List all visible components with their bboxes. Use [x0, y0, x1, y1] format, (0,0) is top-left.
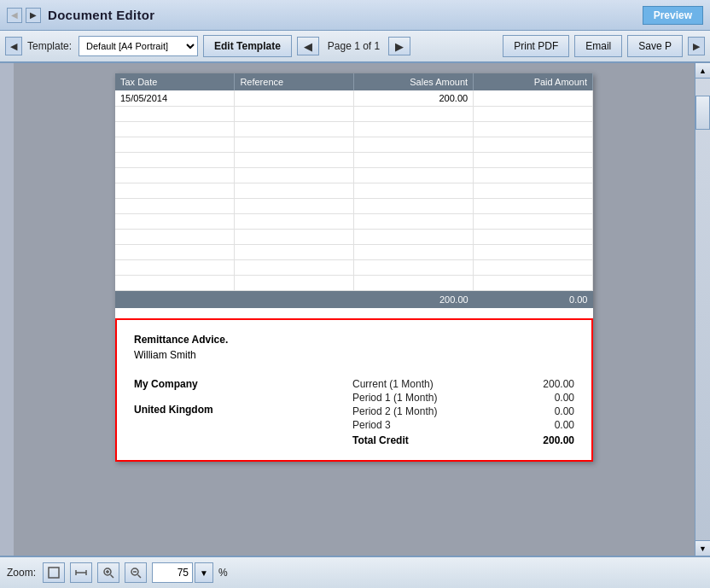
scroll-up-arrow[interactable]: ▲ — [695, 63, 710, 79]
zoom-out-icon — [130, 567, 142, 579]
zoom-dropdown-arrow[interactable]: ▼ — [195, 562, 213, 583]
col-reference: Reference — [235, 73, 354, 90]
cell-reference — [235, 90, 354, 107]
svg-line-10 — [138, 575, 142, 579]
period-label-1: Period 1 (1 Month) — [352, 392, 437, 404]
table-row — [115, 168, 593, 183]
bottom-toolbar: Zoom: ▼ % — [0, 556, 710, 588]
template-label: Template: — [27, 40, 72, 52]
table-row — [115, 245, 593, 260]
total-amount: 200.00 — [523, 434, 574, 446]
title-bar: ◀ ▶ Document Editor Preview — [0, 0, 710, 31]
table-footer-row: 200.00 0.00 — [115, 291, 593, 309]
zoom-out-button[interactable] — [125, 562, 147, 583]
save-button[interactable]: Save P — [627, 35, 683, 57]
title-bar-nav: ◀ ▶ — [7, 8, 41, 23]
svg-line-7 — [111, 575, 114, 579]
scrollbar[interactable]: ▲ ▼ — [695, 63, 710, 556]
period-amount-0: 200.00 — [523, 378, 574, 390]
upper-table-section: Tax Date Reference Sales Amount Paid Amo… — [115, 73, 593, 308]
zoom-input[interactable] — [152, 562, 193, 583]
remittance-total-row: Total Credit 200.00 — [352, 434, 574, 446]
scroll-down-arrow[interactable]: ▼ — [695, 540, 710, 556]
footer-sales-total: 200.00 — [354, 291, 474, 309]
toolbar-left-arrow[interactable]: ◀ — [5, 37, 22, 55]
remittance-country: United Kingdom — [134, 404, 213, 416]
table-row — [115, 199, 593, 214]
table-row — [115, 122, 593, 137]
zoom-percent: % — [218, 567, 228, 579]
edit-template-button[interactable]: Edit Template — [203, 35, 292, 57]
remittance-body: My Company United Kingdom Current (1 Mon… — [134, 378, 574, 446]
back-arrow[interactable]: ◀ — [7, 8, 22, 23]
remittance-period-row-3: Period 3 0.00 — [352, 419, 574, 431]
table-row — [115, 276, 593, 291]
print-pdf-button[interactable]: Print PDF — [503, 35, 569, 57]
app-title: Document Editor — [48, 8, 154, 22]
forward-arrow[interactable]: ▶ — [26, 8, 41, 23]
footer-col2 — [235, 291, 354, 309]
remittance-period-row-1: Period 1 (1 Month) 0.00 — [352, 392, 574, 404]
table-header-row: Tax Date Reference Sales Amount Paid Amo… — [115, 73, 593, 90]
main-content: Tax Date Reference Sales Amount Paid Amo… — [0, 63, 710, 556]
fit-width-button[interactable] — [70, 562, 92, 583]
remittance-name: William Smith — [134, 349, 574, 361]
toolbar: ◀ Template: Default [A4 Portrait] Edit T… — [0, 31, 710, 63]
period-amount-1: 0.00 — [523, 392, 574, 404]
col-tax-date: Tax Date — [115, 73, 235, 90]
document-page: Tax Date Reference Sales Amount Paid Amo… — [115, 73, 593, 462]
table-row — [115, 107, 593, 122]
remittance-title: Remittance Advice. — [134, 334, 574, 346]
table-row — [115, 260, 593, 276]
invoice-table: Tax Date Reference Sales Amount Paid Amo… — [115, 73, 593, 308]
next-page-button[interactable]: ▶ — [388, 37, 410, 55]
zoom-in-icon — [102, 567, 114, 579]
preview-button-top[interactable]: Preview — [643, 6, 703, 25]
footer-col1 — [115, 291, 235, 309]
prev-page-button[interactable]: ◀ — [297, 37, 319, 55]
table-row — [115, 153, 593, 168]
fit-page-button[interactable] — [43, 562, 65, 583]
period-label-3: Period 3 — [352, 419, 391, 431]
table-row — [115, 230, 593, 245]
table-row — [115, 214, 593, 230]
period-amount-2: 0.00 — [523, 405, 574, 417]
remittance-company: My Company — [134, 378, 213, 390]
zoom-label: Zoom: — [7, 567, 36, 579]
period-label-2: Period 2 (1 Month) — [352, 405, 437, 417]
content-area: Tax Date Reference Sales Amount Paid Amo… — [14, 63, 695, 556]
zoom-in-button[interactable] — [97, 562, 119, 583]
toolbar-right-arrow[interactable]: ▶ — [688, 37, 705, 55]
page-info: Page 1 of 1 — [328, 40, 380, 52]
remittance-left: My Company United Kingdom — [134, 378, 213, 416]
fit-page-icon — [48, 567, 60, 579]
remittance-period-row-0: Current (1 Month) 200.00 — [352, 378, 574, 390]
total-label: Total Credit — [352, 434, 409, 446]
period-label-0: Current (1 Month) — [352, 378, 434, 390]
cell-paid-amount — [474, 90, 593, 107]
table-row: 15/05/2014 200.00 — [115, 90, 593, 107]
scroll-thumb[interactable] — [695, 96, 710, 130]
email-button[interactable]: Email — [574, 35, 622, 57]
cell-tax-date: 15/05/2014 — [115, 90, 235, 107]
remittance-section: Remittance Advice. William Smith My Comp… — [115, 318, 593, 462]
col-paid-amount: Paid Amount — [474, 73, 593, 90]
remittance-period-row-2: Period 2 (1 Month) 0.00 — [352, 405, 574, 417]
remittance-right: Current (1 Month) 200.00 Period 1 (1 Mon… — [352, 378, 574, 446]
zoom-input-wrap: ▼ — [152, 562, 213, 583]
table-row — [115, 137, 593, 153]
left-sidebar — [0, 63, 14, 556]
col-sales-amount: Sales Amount — [354, 73, 474, 90]
svg-rect-0 — [49, 568, 59, 578]
table-row — [115, 183, 593, 199]
footer-paid-total: 0.00 — [474, 291, 593, 309]
template-select[interactable]: Default [A4 Portrait] — [79, 36, 198, 56]
cell-sales-amount: 200.00 — [354, 90, 474, 107]
period-amount-3: 0.00 — [523, 419, 574, 431]
fit-width-icon — [75, 567, 87, 579]
